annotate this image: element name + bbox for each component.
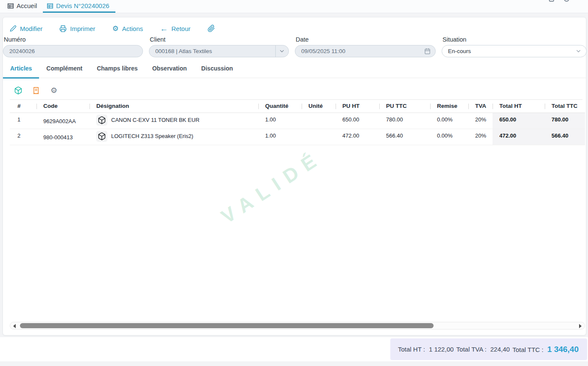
cell-pu-ht: 472.00 [336,129,379,145]
cell-tva: 20% [468,129,493,145]
total-ht-label: Total HT : [398,346,425,353]
table-icon [47,3,53,8]
total-ht: Total HT : 1 122,00 [398,346,454,353]
date-input[interactable]: 09/05/2025 11:00 [295,45,436,57]
printer-icon [59,25,67,32]
calendar-icon[interactable] [422,48,433,54]
table-row[interactable]: 1 9629A002AA CANON C-EXV 11 TONER BK EUR… [10,113,585,129]
cell-pu-ht: 650.00 [336,113,379,129]
scroll-left-arrow-icon[interactable] [13,324,16,328]
total-tva-label: Total TVA : [456,346,487,353]
actions-label: Actions [122,25,143,32]
attachments-button[interactable] [207,25,215,32]
cell-remise: 0.00% [430,113,468,129]
settings-icon[interactable]: ⚙ [50,86,58,95]
col-total-ttc[interactable]: Total TTC [545,100,585,113]
cell-quantite: 1.00 [258,129,302,145]
action-toolbar: Modifier Imprimer ⚙ Actions ← Retour [10,21,215,36]
cutoff-power-icon[interactable] [564,0,569,2]
cell-total-ht: 472.00 [493,129,545,145]
footer-bar: Total HT : 1 122,00 Total TVA : 224,40 T… [0,337,588,361]
client-label: Client [149,36,289,43]
field-date: Date 09/05/2025 11:00 [295,36,436,57]
tab-devis[interactable]: Devis N°20240026 [43,0,115,13]
cell-pu-ttc: 566.40 [379,129,430,145]
cell-num: 1 [10,113,36,129]
scroll-right-arrow-icon[interactable] [579,324,582,328]
print-label: Imprimer [70,25,95,32]
print-button[interactable]: Imprimer [59,25,95,32]
actions-button[interactable]: ⚙ Actions [112,25,143,32]
cell-total-ht: 650.00 [493,113,545,129]
table-row[interactable]: 2 980-000413 LOGITECH Z313 Speaker (Eris… [10,129,585,145]
articles-toolbar: ⚙ [14,86,58,95]
col-total-ht[interactable]: Total HT [493,100,545,113]
total-tva: Total TVA : 224,40 [456,346,510,353]
cell-total-ttc: 566.40 [545,129,585,145]
client-value: 000168 | Atlas Textiles [155,48,275,54]
receipt-icon[interactable] [32,86,40,95]
modify-button[interactable]: Modifier [10,25,42,32]
situation-select[interactable]: En-cours [442,45,587,57]
col-quantite[interactable]: Quantité [258,100,302,113]
col-tva[interactable]: TVA [468,100,493,113]
back-button[interactable]: ← Retour [160,25,190,33]
validated-watermark: VALIDÉ [217,146,327,228]
tab-champs-libres[interactable]: Champs libres [90,59,145,79]
tab-complement[interactable]: Complément [39,59,90,79]
situation-label: Situation [442,36,587,43]
col-remise[interactable]: Remise [430,100,468,113]
articles-table: # Code Désignation Quantité Unité PU HT … [10,100,585,145]
add-article-box-icon[interactable] [14,86,22,95]
cell-code: 980-000413 [36,129,90,145]
tab-articles[interactable]: Articles [3,59,39,79]
col-designation[interactable]: Désignation [90,100,258,113]
col-pu-ttc[interactable]: PU TTC [379,100,430,113]
detail-tabs: Articles Complément Champs libres Observ… [3,59,586,78]
table-icon [8,3,14,8]
gear-icon: ⚙ [112,25,119,32]
header-fields: Numéro 20240026 Client 000168 | Atlas Te… [3,36,586,59]
designation-label: CANON C-EXV 11 TONER BK EUR [111,117,199,123]
cell-designation: LOGITECH Z313 Speaker (Eris2) [90,129,258,145]
product-box-icon [96,115,107,126]
total-ttc: Total TTC : 1 346,40 [512,345,579,354]
cell-unite [302,129,336,145]
col-code[interactable]: Code [36,100,90,113]
field-situation: Situation En-cours [442,36,587,57]
numero-input[interactable]: 20240026 [3,45,143,57]
horizontal-scrollbar[interactable] [10,322,585,329]
date-label: Date [295,36,436,43]
client-select[interactable]: 000168 | Atlas Textiles [149,45,289,57]
cell-remise: 0.00% [430,129,468,145]
pencil-icon [10,25,17,32]
total-ttc-label: Total TTC : [512,346,543,353]
cell-num: 2 [10,129,36,145]
cell-code: 9629A002AA [36,113,90,129]
table-header-row: # Code Désignation Quantité Unité PU HT … [10,100,585,113]
field-numero: Numéro 20240026 [3,36,143,57]
col-pu-ht[interactable]: PU HT [336,100,379,113]
chevron-down-icon[interactable] [275,45,288,57]
field-client: Client 000168 | Atlas Textiles [149,36,289,57]
col-unite[interactable]: Unité [302,100,336,113]
cutoff-account-icon[interactable] [549,0,554,2]
window-tab-bar: Accueil Devis N°20240026 [0,0,588,13]
tab-accueil-label: Accueil [17,2,37,9]
tab-accueil[interactable]: Accueil [3,0,43,13]
tab-discussion[interactable]: Discussion [194,59,240,79]
tab-devis-label: Devis N°20240026 [56,2,109,9]
cell-tva: 20% [468,113,493,129]
situation-value: En-cours [448,48,573,54]
tab-observation[interactable]: Observation [145,59,194,79]
devis-panel: Modifier Imprimer ⚙ Actions ← Retour Num… [3,17,586,335]
paperclip-icon [207,25,215,32]
modify-label: Modifier [20,25,42,32]
scrollbar-thumb[interactable] [20,323,434,328]
col-num[interactable]: # [10,100,36,113]
designation-label: LOGITECH Z313 Speaker (Eris2) [111,133,193,139]
total-ht-value: 1 122,00 [429,346,454,353]
cell-pu-ttc: 780.00 [379,113,430,129]
back-label: Retour [171,25,190,32]
cell-quantite: 1.00 [258,113,302,129]
